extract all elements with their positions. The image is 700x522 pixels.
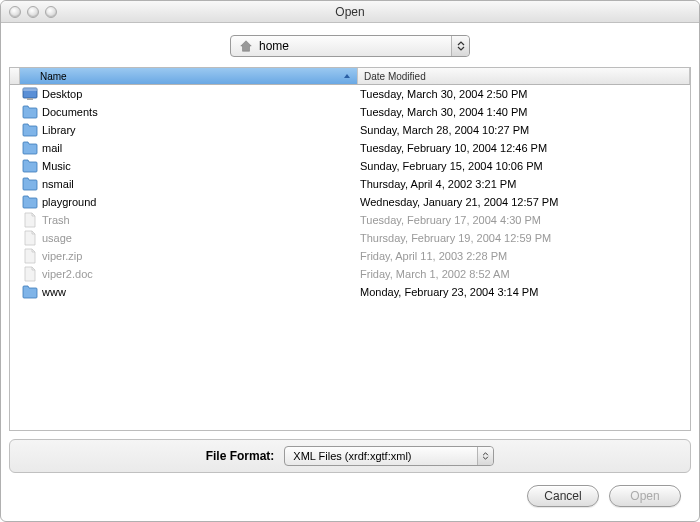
file-name: mail [42, 142, 62, 154]
svg-rect-2 [27, 98, 33, 100]
format-bar: File Format: XML Files (xrdf:xgtf:xml) [9, 439, 691, 473]
file-row[interactable]: nsmailThursday, April 4, 2002 3:21 PM [10, 175, 690, 193]
file-row[interactable]: wwwMonday, February 23, 2004 3:14 PM [10, 283, 690, 301]
folder-icon [22, 122, 38, 138]
file-icon [22, 230, 38, 246]
file-date: Friday, April 11, 2003 2:28 PM [348, 250, 690, 262]
file-date: Thursday, February 19, 2004 12:59 PM [348, 232, 690, 244]
file-row[interactable]: MusicSunday, February 15, 2004 10:06 PM [10, 157, 690, 175]
folder-icon [22, 284, 38, 300]
file-row[interactable]: mailTuesday, February 10, 2004 12:46 PM [10, 139, 690, 157]
file-name: Desktop [42, 88, 82, 100]
sort-ascending-icon [343, 71, 351, 82]
open-dialog-window: Open home Name Date Modified DesktopT [0, 0, 700, 522]
file-date: Monday, February 23, 2004 3:14 PM [348, 286, 690, 298]
titlebar: Open [1, 1, 699, 23]
folder-icon [22, 140, 38, 156]
file-name: Trash [42, 214, 70, 226]
file-row[interactable]: DesktopTuesday, March 30, 2004 2:50 PM [10, 85, 690, 103]
file-icon [22, 248, 38, 264]
file-row[interactable]: DocumentsTuesday, March 30, 2004 1:40 PM [10, 103, 690, 121]
file-format-value: XML Files (xrdf:xgtf:xml) [293, 450, 411, 462]
format-label: File Format: [206, 449, 275, 463]
folder-icon [22, 176, 38, 192]
file-date: Tuesday, February 10, 2004 12:46 PM [348, 142, 690, 154]
file-date: Sunday, February 15, 2004 10:06 PM [348, 160, 690, 172]
svg-rect-1 [23, 88, 37, 91]
column-expand-gutter [10, 68, 20, 84]
file-name: playground [42, 196, 96, 208]
open-button[interactable]: Open [609, 485, 681, 507]
file-row: viper2.docFriday, March 1, 2002 8:52 AM [10, 265, 690, 283]
file-date: Sunday, March 28, 2004 10:27 PM [348, 124, 690, 136]
file-date: Friday, March 1, 2002 8:52 AM [348, 268, 690, 280]
file-icon [22, 212, 38, 228]
home-icon [239, 39, 253, 53]
file-date: Tuesday, March 30, 2004 1:40 PM [348, 106, 690, 118]
column-header-date[interactable]: Date Modified [358, 68, 690, 84]
file-name: Music [42, 160, 71, 172]
folder-icon [22, 158, 38, 174]
file-format-popup[interactable]: XML Files (xrdf:xgtf:xml) [284, 446, 494, 466]
file-row: viper.zipFriday, April 11, 2003 2:28 PM [10, 247, 690, 265]
file-date: Tuesday, February 17, 2004 4:30 PM [348, 214, 690, 226]
file-icon [22, 266, 38, 282]
popup-arrows-icon [451, 36, 469, 56]
column-header-name[interactable]: Name [20, 68, 358, 84]
desktop-icon [22, 86, 38, 102]
file-row: TrashTuesday, February 17, 2004 4:30 PM [10, 211, 690, 229]
window-title: Open [1, 5, 699, 19]
file-date: Tuesday, March 30, 2004 2:50 PM [348, 88, 690, 100]
file-date: Thursday, April 4, 2002 3:21 PM [348, 178, 690, 190]
column-header-row: Name Date Modified [10, 68, 690, 85]
file-list: Name Date Modified DesktopTuesday, March… [9, 67, 691, 431]
file-row[interactable]: playgroundWednesday, January 21, 2004 12… [10, 193, 690, 211]
file-name: Library [42, 124, 76, 136]
file-name: nsmail [42, 178, 74, 190]
file-name: Documents [42, 106, 98, 118]
popup-arrows-icon [477, 447, 493, 465]
folder-icon [22, 194, 38, 210]
dialog-buttons: Cancel Open [1, 479, 699, 521]
file-rows-container: DesktopTuesday, March 30, 2004 2:50 PMDo… [10, 85, 690, 430]
file-date: Wednesday, January 21, 2004 12:57 PM [348, 196, 690, 208]
folder-icon [22, 104, 38, 120]
location-popup[interactable]: home [230, 35, 470, 57]
file-name: viper2.doc [42, 268, 93, 280]
file-name: viper.zip [42, 250, 82, 262]
location-label: home [259, 39, 289, 53]
file-row: usageThursday, February 19, 2004 12:59 P… [10, 229, 690, 247]
file-row[interactable]: LibrarySunday, March 28, 2004 10:27 PM [10, 121, 690, 139]
location-toolbar: home [1, 23, 699, 67]
cancel-button[interactable]: Cancel [527, 485, 599, 507]
file-name: usage [42, 232, 72, 244]
file-name: www [42, 286, 66, 298]
